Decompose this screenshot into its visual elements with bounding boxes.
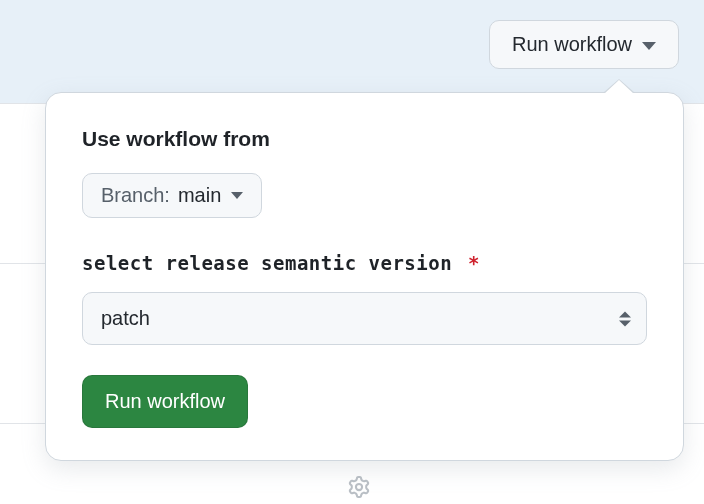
version-input-label: select release semantic version *: [82, 252, 647, 274]
caret-down-icon: [642, 42, 656, 50]
version-input-label-text: select release semantic version: [82, 252, 452, 274]
caret-down-icon: [231, 192, 243, 199]
version-select[interactable]: patch: [82, 292, 647, 345]
popover-pointer-icon: [603, 79, 635, 93]
run-workflow-trigger-label: Run workflow: [512, 33, 632, 56]
required-asterisk: *: [468, 252, 480, 274]
gear-icon: [348, 476, 370, 498]
branch-name-label: main: [178, 184, 221, 207]
version-select-wrapper: patch: [82, 292, 647, 345]
header-banner: Run workflow: [0, 0, 704, 104]
run-workflow-popover: Use workflow from Branch: main select re…: [45, 92, 684, 461]
run-workflow-submit-label: Run workflow: [105, 390, 225, 412]
branch-prefix-label: Branch:: [101, 184, 170, 207]
run-workflow-submit-button[interactable]: Run workflow: [82, 375, 248, 428]
run-workflow-trigger-button[interactable]: Run workflow: [489, 20, 679, 69]
branch-selector-button[interactable]: Branch: main: [82, 173, 262, 218]
use-workflow-from-label: Use workflow from: [82, 127, 647, 151]
